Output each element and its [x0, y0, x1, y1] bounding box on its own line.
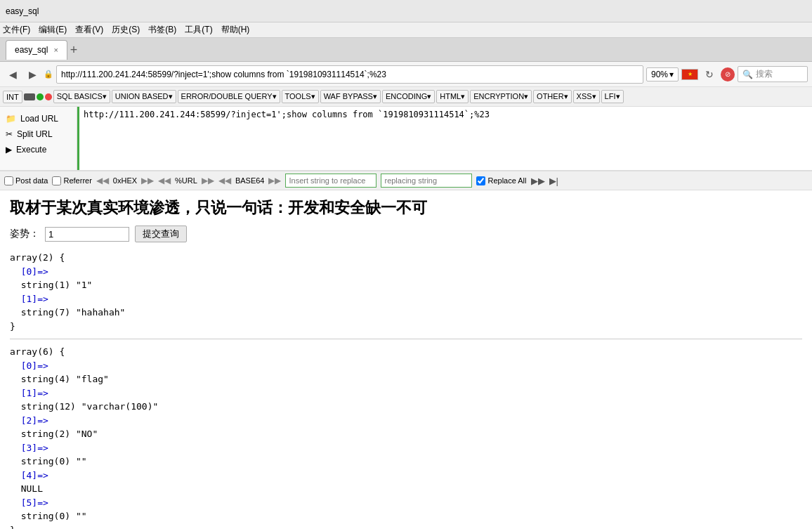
menu-tools[interactable]: 工具(T)	[185, 24, 212, 36]
toolbar-xss[interactable]: XSS▾	[573, 90, 600, 103]
toolbar-sql-basics[interactable]: SQL BASICS▾	[53, 90, 110, 103]
toolbar-indicator	[24, 93, 35, 100]
menu-help[interactable]: 帮助(H)	[221, 24, 250, 36]
toolbar-union-based[interactable]: UNION BASED▾	[112, 90, 176, 103]
menubar: 文件(F) 编辑(E) 查看(V) 历史(S) 书签(B) 工具(T) 帮助(H…	[0, 22, 812, 38]
main-toolbar: INT SQL BASICS▾ UNION BASED▾ ERROR/DOUBL…	[0, 87, 812, 107]
page-title: 取材于某次真实环境渗透，只说一句话：开发和安全缺一不可	[10, 197, 802, 218]
insert-string-input[interactable]	[285, 174, 376, 188]
execute-icon: ▶	[6, 145, 12, 155]
post-data-checkbox[interactable]: Post data	[4, 176, 48, 185]
page-content: 取材于某次真实环境渗透，只说一句话：开发和安全缺一不可 姿势： 提交查询 arr…	[0, 190, 812, 529]
block-icon[interactable]: ⊘	[721, 67, 735, 81]
replacing-string-input[interactable]	[381, 174, 472, 188]
form-label: 姿势：	[10, 228, 39, 240]
menu-view[interactable]: 查看(V)	[75, 24, 103, 36]
search-icon: 🔍	[742, 70, 753, 79]
search-box[interactable]: 🔍 搜索	[738, 66, 808, 82]
url-right-arrow[interactable]: ▶▶	[202, 176, 214, 185]
replace-all-checkbox[interactable]: Replace All	[476, 176, 526, 185]
tab-close-button[interactable]: ×	[53, 46, 58, 54]
toolbar-waf-bypass[interactable]: WAF BYPASS▾	[320, 90, 381, 103]
nav-end-arrow[interactable]: ▶|	[549, 176, 558, 186]
load-url-icon: 📁	[6, 114, 16, 124]
url-textarea[interactable]	[77, 107, 812, 170]
refresh-button[interactable]: ↻	[701, 66, 718, 83]
zoom-level: 90%	[651, 70, 668, 79]
url-label: %URL	[175, 176, 197, 185]
sidebar-load-url[interactable]: 📁 Load URL	[0, 111, 77, 126]
nav-right-arrow[interactable]: ▶▶	[531, 176, 545, 186]
form-input[interactable]	[45, 227, 129, 242]
url-input[interactable]	[56, 65, 643, 84]
menu-history[interactable]: 历史(S)	[112, 24, 140, 36]
submit-button[interactable]: 提交查询	[135, 226, 187, 242]
lock-icon: 🔒	[44, 70, 53, 79]
divider	[10, 339, 802, 339]
split-url-label: Split URL	[17, 129, 53, 139]
toolbar-encoding[interactable]: ENCODING▾	[382, 90, 435, 103]
toolbar-encryption[interactable]: ENCRYPTION▾	[470, 90, 532, 103]
toolbar-tools[interactable]: TOOLS▾	[282, 90, 319, 103]
referrer-checkbox[interactable]: Referrer	[52, 176, 91, 185]
hex-left-arrow[interactable]: ◀◀	[96, 176, 109, 185]
menu-file[interactable]: 文件(F)	[3, 24, 30, 36]
sidebar-execute[interactable]: ▶ Execute	[0, 142, 77, 157]
toolbar-int[interactable]: INT	[3, 91, 22, 103]
hex-right-arrow[interactable]: ▶▶	[141, 176, 154, 185]
tab-title: easy_sql	[15, 45, 48, 55]
tab-label: easy_sql	[6, 6, 39, 16]
encode-bar: Post data Referrer ◀◀ 0xHEX ▶▶ ◀◀ %URL ▶…	[0, 171, 812, 190]
execute-label: Execute	[16, 145, 46, 155]
form-row: 姿势： 提交查询	[10, 226, 802, 242]
sidebar: 📁 Load URL ✂ Split URL ▶ Execute	[0, 107, 77, 170]
zoom-control[interactable]: 90% ▾	[646, 67, 679, 81]
toolbar-html[interactable]: HTML▾	[436, 90, 469, 103]
menu-edit[interactable]: 编辑(E)	[39, 24, 67, 36]
code-block-1: array(2) { [0]=> string(1) "1" [1]=> str…	[10, 251, 802, 333]
url-left-arrow[interactable]: ◀◀	[158, 176, 171, 185]
search-placeholder: 搜索	[756, 68, 773, 80]
toolbar-red-dot	[45, 93, 52, 100]
code-block-2: array(6) { [0]=> string(4) "flag" [1]=> …	[10, 345, 802, 529]
active-tab[interactable]: easy_sql ×	[6, 40, 67, 60]
new-tab-button[interactable]: +	[70, 44, 78, 56]
toolbar-green-dot	[37, 93, 44, 100]
toolbar-other[interactable]: OTHER▾	[533, 90, 572, 103]
addressbar: ◀ ▶ 🔒 90% ▾ ★ ↻ ⊘ 🔍 搜索	[0, 62, 812, 87]
back-button[interactable]: ◀	[4, 66, 21, 83]
sidebar-split-url[interactable]: ✂ Split URL	[0, 126, 77, 142]
forward-button[interactable]: ▶	[24, 66, 41, 83]
toolbar-lfi[interactable]: LFI▾	[601, 90, 624, 103]
base64-left-arrow[interactable]: ◀◀	[218, 176, 231, 185]
flag-icon[interactable]: ★	[681, 69, 698, 80]
url-panel: 📁 Load URL ✂ Split URL ▶ Execute	[0, 107, 812, 171]
toolbar-error-double[interactable]: ERROR/DOUBLE QUERY▾	[178, 90, 280, 103]
hex-label: 0xHEX	[113, 176, 137, 185]
titlebar: easy_sql	[0, 0, 812, 22]
split-url-icon: ✂	[6, 129, 13, 139]
load-url-label: Load URL	[20, 114, 58, 124]
base64-right-arrow[interactable]: ▶▶	[268, 176, 281, 185]
tabbar: easy_sql × +	[0, 38, 812, 62]
zoom-dropdown-icon: ▾	[669, 70, 674, 79]
base64-label: BASE64	[235, 176, 265, 185]
menu-bookmarks[interactable]: 书签(B)	[148, 24, 176, 36]
browser-window: easy_sql 文件(F) 编辑(E) 查看(V) 历史(S) 书签(B) 工…	[0, 0, 812, 529]
